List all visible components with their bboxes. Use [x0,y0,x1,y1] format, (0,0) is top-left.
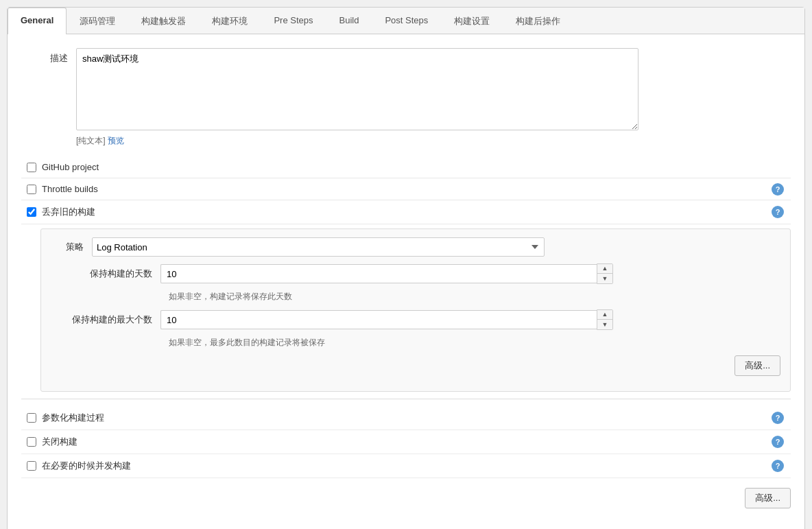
max-up-btn[interactable]: ▲ [597,310,612,320]
close-row: 关闭构建 ? [21,430,791,454]
days-row: 保持构建的天数 ▲ ▼ [51,263,780,284]
tab-pre[interactable]: Pre Steps [261,8,326,34]
discard-section: 策略 Log Rotation 保持构建的天数 ▲ ▼ 如果非空，构建记录将保存… [40,228,791,392]
tab-general[interactable]: General [8,8,67,34]
plain-text-hint: [纯文本] [76,136,106,145]
tab-content: 描述 [纯文本] 预览 GitHub project Throttle buil… [8,34,804,528]
github-checkbox[interactable] [27,163,36,172]
param-help-icon[interactable]: ? [772,412,784,424]
days-spinner-btns: ▲ ▼ [597,263,613,284]
max-down-btn[interactable]: ▼ [597,320,612,329]
max-label: 保持构建的最大个数 [51,314,160,326]
tab-source[interactable]: 源码管理 [67,8,128,34]
days-down-btn[interactable]: ▼ [597,274,612,283]
section-divider [21,399,791,399]
param-label: 参数化构建过程 [42,412,791,424]
close-help-icon[interactable]: ? [772,436,784,448]
discard-checkbox[interactable] [27,207,36,217]
close-label: 关闭构建 [42,436,791,448]
concurrent-label: 在必要的时候并发构建 [42,460,791,472]
description-field: [纯文本] 预览 [76,48,791,147]
description-label: 描述 [21,48,76,64]
bottom-advanced-row: 高级... [21,488,791,508]
max-input[interactable] [160,310,597,329]
max-row: 保持构建的最大个数 ▲ ▼ [51,309,780,330]
throttle-help-icon[interactable]: ? [772,183,784,196]
tab-build[interactable]: Build [326,8,372,34]
github-label: GitHub project [42,162,791,172]
tab-post[interactable]: Post Steps [372,8,441,34]
tab-settings[interactable]: 构建设置 [441,8,503,34]
preview-link[interactable]: 预览 [108,136,124,145]
tab-bar: General 源码管理 构建触发器 构建环境 Pre Steps Build … [8,8,804,34]
github-row: GitHub project [21,156,791,178]
days-hint: 如果非空，构建记录将保存此天数 [169,291,780,303]
param-checkbox[interactable] [27,413,36,423]
main-container: General 源码管理 构建触发器 构建环境 Pre Steps Build … [7,7,805,529]
strategy-label: 策略 [51,241,92,253]
discard-row: 丢弃旧的构建 ? [21,200,791,224]
tab-env[interactable]: 构建环境 [199,8,261,34]
description-row: 描述 [纯文本] 预览 [21,48,791,147]
tab-trigger[interactable]: 构建触发器 [128,8,199,34]
concurrent-checkbox[interactable] [27,461,36,471]
close-checkbox[interactable] [27,437,36,447]
throttle-label: Throttle builds [42,184,791,194]
strategy-select[interactable]: Log Rotation [92,237,545,257]
days-input[interactable] [160,264,597,283]
max-spinner: ▲ ▼ [160,309,613,330]
days-spinner: ▲ ▼ [160,263,613,284]
discard-label: 丢弃旧的构建 [42,206,791,218]
discard-help-icon[interactable]: ? [772,206,784,218]
bottom-checks: 参数化构建过程 ? 关闭构建 ? 在必要的时候并发构建 ? [21,406,791,478]
max-spinner-btns: ▲ ▼ [597,309,613,330]
description-textarea[interactable] [76,48,638,130]
description-hint: [纯文本] 预览 [76,135,791,147]
concurrent-help-icon[interactable]: ? [772,460,784,472]
discard-advanced-row: 高级... [51,355,780,376]
tab-postbuild[interactable]: 构建后操作 [503,8,573,34]
discard-advanced-btn[interactable]: 高级... [735,355,780,376]
throttle-checkbox[interactable] [27,185,36,194]
param-row: 参数化构建过程 ? [21,406,791,430]
max-hint: 如果非空，最多此数目的构建记录将被保存 [169,337,780,349]
concurrent-row: 在必要的时候并发构建 ? [21,454,791,478]
throttle-row: Throttle builds ? [21,178,791,200]
days-up-btn[interactable]: ▲ [597,264,612,274]
days-label: 保持构建的天数 [51,268,160,280]
bottom-advanced-btn[interactable]: 高级... [745,488,791,508]
strategy-row: 策略 Log Rotation [51,237,780,257]
